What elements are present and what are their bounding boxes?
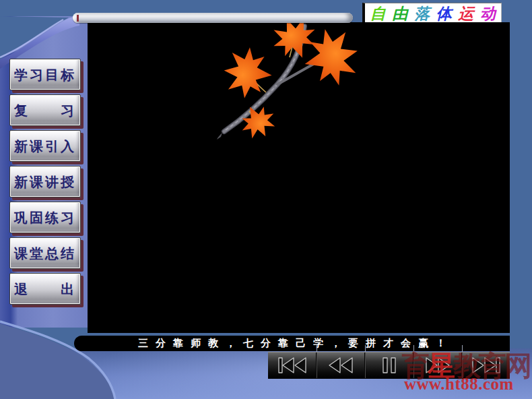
nav-button-new-lesson-intro[interactable]: 新课引入 xyxy=(9,130,81,162)
maple-branch-illustration xyxy=(202,17,374,142)
nav-button-class-summary[interactable]: 课堂总结 xyxy=(9,237,81,269)
title-char: 运 xyxy=(458,5,473,21)
rewind-button[interactable] xyxy=(316,352,364,378)
nav-button-label: 巩固练习 xyxy=(14,211,76,224)
lesson-title: 自 由 落 体 运 动 xyxy=(362,3,502,22)
rail-accent-mark xyxy=(77,15,79,22)
separator-tick xyxy=(462,345,463,352)
nav-button-review[interactable]: 复 习 xyxy=(9,94,81,126)
courseware-window: 自 由 落 体 运 动 学习目标 复 习 新课引入 新课讲授 巩固练习 课堂总结… xyxy=(0,0,532,399)
fast-forward-button[interactable] xyxy=(413,352,461,378)
pause-icon xyxy=(380,356,398,375)
marquee-bar: 三分靠师教，七分靠己学，要拼才会赢！ xyxy=(74,336,510,351)
separator-tick xyxy=(317,345,317,352)
fast-forward-icon xyxy=(424,356,451,375)
title-char: 落 xyxy=(414,5,430,21)
nav-button-learning-objectives[interactable]: 学习目标 xyxy=(9,59,81,90)
skip-to-end-button[interactable] xyxy=(461,352,510,378)
title-char: 由 xyxy=(392,5,407,21)
nav-button-label: 复 习 xyxy=(14,104,76,117)
skip-to-start-button[interactable] xyxy=(268,352,316,378)
sidebar-nav: 学习目标 复 习 新课引入 新课讲授 巩固练习 课堂总结 退 出 xyxy=(9,59,81,309)
nav-button-label: 退 出 xyxy=(14,282,76,296)
rewind-icon xyxy=(327,356,354,375)
top-rail xyxy=(73,13,353,23)
title-char: 体 xyxy=(436,5,452,21)
nav-button-label: 新课讲授 xyxy=(14,175,76,189)
marquee-text: 三分靠师教，七分靠己学，要拼才会赢！ xyxy=(131,337,453,350)
title-char: 动 xyxy=(480,5,496,21)
skip-to-end-icon xyxy=(471,356,502,375)
title-char: 自 xyxy=(370,5,386,21)
separator-tick xyxy=(365,345,366,352)
nav-button-label: 学习目标 xyxy=(14,68,76,82)
content-area xyxy=(88,22,510,333)
nav-button-exit[interactable]: 退 出 xyxy=(9,273,81,305)
separator-tick xyxy=(413,345,414,352)
nav-button-new-lesson-teaching[interactable]: 新课讲授 xyxy=(9,166,81,197)
player-control-bar xyxy=(268,352,510,379)
pause-button[interactable] xyxy=(364,352,413,378)
skip-to-start-icon xyxy=(277,356,308,375)
nav-button-label: 新课引入 xyxy=(14,140,76,153)
nav-button-label: 课堂总结 xyxy=(14,247,76,260)
nav-button-consolidation-exercise[interactable]: 巩固练习 xyxy=(9,202,81,233)
